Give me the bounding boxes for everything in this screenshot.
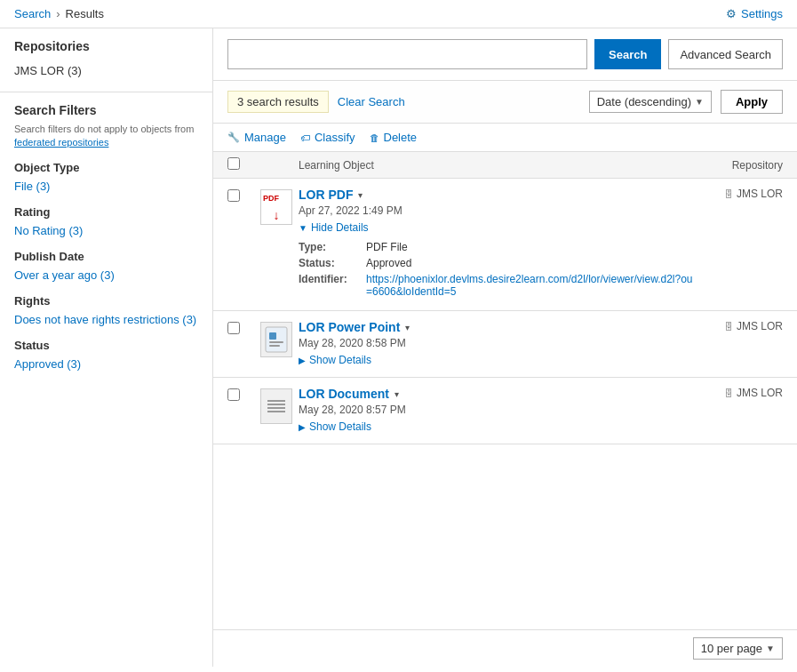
doc-line-2 bbox=[267, 404, 285, 405]
row-2-check bbox=[227, 320, 254, 337]
row-2-icon bbox=[254, 320, 299, 357]
triangle-right-icon: ▶ bbox=[299, 356, 306, 365]
hide-details-label-1: Hide Details bbox=[311, 221, 369, 234]
repo-item: JMS LOR (3) bbox=[14, 60, 198, 81]
row-3-date: May 28, 2020 8:57 PM bbox=[299, 404, 694, 416]
doc-line-1 bbox=[267, 400, 285, 402]
filter-no-rating[interactable]: No Rating (3) bbox=[14, 222, 198, 239]
search-input[interactable] bbox=[227, 39, 587, 69]
row-2-expand-icon: ▾ bbox=[405, 323, 410, 332]
per-page-label: 10 per page bbox=[701, 642, 762, 655]
clear-search-link[interactable]: Clear Search bbox=[338, 95, 580, 108]
filter-file[interactable]: File (3) bbox=[14, 178, 198, 195]
show-details-label-2: Show Details bbox=[309, 354, 371, 366]
manage-label: Manage bbox=[244, 131, 286, 144]
triangle-right-icon-3: ▶ bbox=[299, 422, 306, 432]
row-3-title-area: LOR Document ▾ bbox=[299, 387, 694, 401]
doc-line-4 bbox=[267, 411, 285, 412]
doc-icon bbox=[260, 388, 292, 424]
trash-icon: 🗑 bbox=[370, 132, 379, 143]
show-details-button-3[interactable]: ▶ Show Details bbox=[299, 419, 371, 435]
bottom-bar: 10 per page ▼ bbox=[213, 629, 797, 667]
repo-icon-3: 🗄 bbox=[724, 388, 733, 398]
row-3-content: LOR Document ▾ May 28, 2020 8:57 PM ▶ Sh… bbox=[299, 387, 694, 435]
identifier-link[interactable]: https://phoenixlor.devlms.desire2learn.c… bbox=[366, 273, 693, 298]
advanced-search-button[interactable]: Advanced Search bbox=[668, 39, 783, 69]
row-1-content: LOR PDF ▾ Apr 27, 2022 1:49 PM ▼ Hide De… bbox=[299, 188, 694, 301]
classify-button[interactable]: 🏷 Classify bbox=[300, 131, 355, 144]
row-1-title-area: LOR PDF ▾ bbox=[299, 188, 694, 202]
repo-icon-2: 🗄 bbox=[724, 322, 733, 332]
row-1-checkbox[interactable] bbox=[227, 189, 240, 202]
row-1-expand-icon: ▾ bbox=[358, 190, 363, 200]
row-3-icon bbox=[254, 387, 299, 424]
row-3-check bbox=[227, 387, 254, 404]
breadcrumb-separator: › bbox=[56, 7, 60, 20]
rating-title: Rating bbox=[14, 205, 198, 219]
row-3-repo: 🗄 JMS LOR bbox=[694, 387, 783, 399]
status-value: Approved bbox=[366, 257, 411, 269]
select-all-checkbox[interactable] bbox=[227, 157, 240, 170]
filter-group-rights: Rights Does not have rights restrictions… bbox=[14, 294, 198, 328]
filter-approved[interactable]: Approved (3) bbox=[14, 356, 198, 372]
settings-link[interactable]: ⚙ Settings bbox=[726, 7, 783, 20]
row-1-check bbox=[227, 188, 254, 204]
delete-button[interactable]: 🗑 Delete bbox=[370, 131, 418, 144]
row-2-title-link[interactable]: LOR Power Point bbox=[299, 320, 400, 334]
rights-title: Rights bbox=[14, 294, 198, 308]
filter-group-rating: Rating No Rating (3) bbox=[14, 205, 198, 239]
settings-label: Settings bbox=[741, 7, 783, 20]
apply-button[interactable]: Apply bbox=[721, 90, 783, 114]
row-1-title-link[interactable]: LOR PDF bbox=[299, 188, 353, 202]
row-2-repo-name: JMS LOR bbox=[737, 320, 783, 332]
show-details-button-2[interactable]: ▶ Show Details bbox=[299, 352, 371, 368]
filter-no-rights[interactable]: Does not have rights restrictions (3) bbox=[14, 311, 198, 328]
row-1-icon bbox=[254, 188, 299, 225]
search-filters-title: Search Filters bbox=[14, 103, 198, 117]
top-bar: Search › Results ⚙ Settings bbox=[0, 0, 797, 28]
object-type-title: Object Type bbox=[14, 161, 198, 174]
wrench-icon: 🔧 bbox=[227, 132, 240, 143]
chevron-down-icon: ▼ bbox=[695, 97, 704, 107]
row-3-checkbox[interactable] bbox=[227, 388, 240, 401]
svg-rect-1 bbox=[269, 332, 276, 340]
search-bar-area: Search Advanced Search bbox=[213, 28, 797, 81]
repo-icon-1: 🗄 bbox=[724, 189, 733, 199]
per-page-chevron: ▼ bbox=[766, 644, 775, 653]
row-3-title-link[interactable]: LOR Document bbox=[299, 387, 389, 401]
filter-over-year[interactable]: Over a year ago (3) bbox=[14, 267, 198, 284]
status-label: Status: bbox=[299, 257, 361, 269]
breadcrumb-search-link[interactable]: Search bbox=[14, 7, 51, 20]
row-3-expand-icon: ▾ bbox=[395, 389, 399, 399]
publish-date-title: Publish Date bbox=[14, 250, 198, 263]
svg-rect-0 bbox=[266, 327, 287, 352]
federated-repos-link[interactable]: federated repositories bbox=[14, 137, 108, 148]
doc-icon-lines bbox=[267, 400, 285, 412]
row-2-title-area: LOR Power Point ▾ bbox=[299, 320, 694, 334]
detail-status-row: Status: Approved bbox=[299, 257, 694, 269]
type-label: Type: bbox=[299, 241, 361, 253]
pdf-icon bbox=[260, 189, 292, 225]
row-2-date: May 28, 2020 8:58 PM bbox=[299, 337, 694, 349]
tag-icon: 🏷 bbox=[300, 132, 310, 143]
manage-button[interactable]: 🔧 Manage bbox=[227, 131, 286, 144]
status-title: Status bbox=[14, 339, 198, 352]
results-bar: 3 search results Clear Search Date (desc… bbox=[213, 81, 797, 124]
results-table: LOR PDF ▾ Apr 27, 2022 1:49 PM ▼ Hide De… bbox=[213, 179, 797, 629]
detail-type-row: Type: PDF File bbox=[299, 241, 694, 253]
search-button[interactable]: Search bbox=[594, 39, 661, 69]
filter-group-object-type: Object Type File (3) bbox=[14, 161, 198, 195]
repositories-title: Repositories bbox=[14, 39, 198, 53]
sort-dropdown[interactable]: Date (descending) ▼ bbox=[589, 91, 712, 113]
toolbar: 🔧 Manage 🏷 Classify 🗑 Delete bbox=[213, 124, 797, 152]
per-page-dropdown[interactable]: 10 per page ▼ bbox=[693, 637, 783, 660]
repositories-section: Repositories JMS LOR (3) bbox=[0, 28, 212, 92]
content-area: Search Advanced Search 3 search results … bbox=[213, 28, 797, 667]
hide-details-button-1[interactable]: ▼ Hide Details bbox=[299, 220, 369, 236]
breadcrumb: Search › Results bbox=[14, 7, 104, 20]
th-repository: Repository bbox=[694, 159, 783, 172]
triangle-down-icon: ▼ bbox=[299, 223, 307, 233]
row-2-checkbox[interactable] bbox=[227, 322, 240, 334]
svg-rect-3 bbox=[269, 345, 280, 347]
breadcrumb-results: Results bbox=[66, 7, 104, 20]
